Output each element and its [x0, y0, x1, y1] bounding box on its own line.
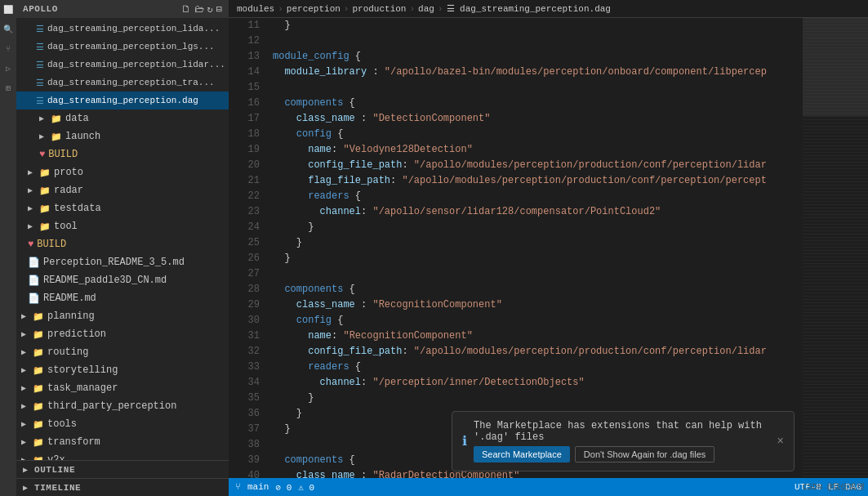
- tree-folder-tool[interactable]: ▶ 📁 tool: [16, 217, 229, 235]
- tree-folder-transform[interactable]: ▶ 📁 transform: [16, 433, 229, 451]
- tree-folder-tools[interactable]: ▶ 📁 tools: [16, 415, 229, 433]
- tree-folder-task-manager[interactable]: ▶ 📁 task_manager: [16, 379, 229, 397]
- new-folder-icon[interactable]: 🗁: [194, 3, 204, 16]
- new-file-icon[interactable]: 🗋: [181, 3, 191, 16]
- notification-info-icon: ℹ: [462, 433, 467, 449]
- sidebar-header: APOLLO 🗋 🗁 ↻ ⊟: [16, 0, 229, 18]
- breadcrumb-sep3: ›: [409, 4, 415, 14]
- minimap: [803, 18, 868, 478]
- refresh-icon[interactable]: ↻: [207, 3, 213, 16]
- tree-folder-storytelling[interactable]: ▶ 📁 storytelling: [16, 361, 229, 379]
- tree-file-readme2[interactable]: 📄 README_paddle3D_CN.md: [16, 271, 229, 289]
- activity-bar: ⬜ 🔍 ⑂ ▷ ⊞: [0, 0, 16, 496]
- sidebar: APOLLO 🗋 🗁 ↻ ⊟ ☰ dag_streaming_perceptio…: [16, 0, 229, 496]
- editor-area: 1112131415 1617181920 2122232425 2627282…: [229, 18, 868, 478]
- line-numbers: 1112131415 1617181920 2122232425 2627282…: [229, 18, 266, 478]
- outline-label: OUTLINE: [34, 465, 75, 475]
- sidebar-tree: ☰ dag_streaming_perception_lida... ☰ dag…: [16, 18, 229, 460]
- sidebar-header-icons: 🗋 🗁 ↻ ⊟: [181, 3, 222, 16]
- breadcrumb-sep2: ›: [344, 4, 349, 14]
- tree-folder-testdata[interactable]: ▶ 📁 testdata: [16, 199, 229, 217]
- code-content[interactable]: } module_config { module_library : "/apo…: [266, 18, 803, 478]
- errors-label[interactable]: ⊘ 0: [275, 482, 292, 493]
- tree-folder-radar[interactable]: ▶ 📁 radar: [16, 181, 229, 199]
- tree-folder-prediction[interactable]: ▶ 📁 prediction: [16, 325, 229, 343]
- tree-folder-routing[interactable]: ▶ 📁 routing: [16, 343, 229, 361]
- tree-item[interactable]: ☰ dag_streaming_perception_lgs...: [16, 38, 229, 56]
- search-marketplace-button[interactable]: Search Marketplace: [474, 446, 570, 462]
- breadcrumb-sep1: ›: [278, 4, 283, 14]
- notification-body: The Marketplace has extensions that can …: [474, 420, 771, 462]
- notification-actions: Search Marketplace Don't Show Again for …: [474, 446, 771, 462]
- tree-file-readme1[interactable]: 📄 Perception_README_3_5.md: [16, 253, 229, 271]
- notification-banner: ℹ The Marketplace has extensions that ca…: [452, 411, 795, 471]
- outline-section[interactable]: ▶ OUTLINE: [16, 460, 229, 478]
- breadcrumb-dag[interactable]: dag: [418, 4, 434, 14]
- breadcrumb: modules › perception › production › dag …: [229, 0, 868, 18]
- breadcrumb-modules[interactable]: modules: [237, 4, 274, 14]
- tree-file-readme3[interactable]: 📄 README.md: [16, 289, 229, 307]
- status-bar: ⑂ main ⊘ 0 ⚠ 0 UTF-8 LF DAG: [229, 478, 868, 496]
- tree-item[interactable]: ☰ dag_streaming_perception_lida...: [16, 20, 229, 38]
- tree-folder-planning[interactable]: ▶ 📁 planning: [16, 307, 229, 325]
- git-icon[interactable]: ⑂: [2, 42, 15, 56]
- tree-folder-data[interactable]: ▶ 📁 data: [16, 109, 229, 127]
- breadcrumb-production[interactable]: production: [352, 4, 406, 14]
- git-branch-label: main: [247, 482, 269, 492]
- timeline-section[interactable]: ▶ TIMELINE: [16, 478, 229, 496]
- notification-text: The Marketplace has extensions that can …: [474, 420, 771, 443]
- tree-folder-launch[interactable]: ▶ 📁 launch: [16, 127, 229, 145]
- tree-item[interactable]: ☰ dag_streaming_perception_lidar...: [16, 56, 229, 74]
- search-icon[interactable]: 🔍: [2, 23, 15, 36]
- sidebar-title: APOLLO: [23, 4, 58, 14]
- warnings-label[interactable]: ⚠ 0: [298, 482, 314, 493]
- breadcrumb-file[interactable]: ☰ dag_streaming_perception.dag: [447, 3, 611, 14]
- breadcrumb-sep4: ›: [438, 4, 443, 14]
- watermark: CSDN @我信狐狸: [803, 481, 865, 493]
- explorer-icon[interactable]: ⬜: [2, 3, 15, 16]
- collapse-icon[interactable]: ⊟: [216, 3, 222, 16]
- status-left: ⑂ main ⊘ 0 ⚠ 0: [235, 482, 314, 493]
- dont-show-again-button[interactable]: Don't Show Again for .dag files: [575, 446, 714, 462]
- tree-folder-third-party-perception[interactable]: ▶ 📁 third_party_perception: [16, 397, 229, 415]
- timeline-label: TIMELINE: [34, 483, 81, 493]
- active-file-item[interactable]: ☰ dag_streaming_perception.dag: [16, 92, 229, 109]
- main-content: modules › perception › production › dag …: [229, 0, 868, 496]
- notification-close-icon[interactable]: ×: [777, 435, 784, 448]
- git-branch-icon[interactable]: ⑂: [235, 482, 241, 492]
- tree-file-build2[interactable]: ♥ BUILD: [16, 235, 229, 253]
- tree-file-build1[interactable]: ♥ BUILD: [16, 145, 229, 163]
- tree-folder-proto[interactable]: ▶ 📁 proto: [16, 163, 229, 181]
- tree-item[interactable]: ☰ dag_streaming_perception_tra...: [16, 74, 229, 92]
- debug-icon[interactable]: ▷: [2, 62, 15, 75]
- extensions-icon[interactable]: ⊞: [2, 82, 15, 95]
- tree-folder-v2x[interactable]: ▶ 📁 v2x: [16, 451, 229, 460]
- breadcrumb-perception[interactable]: perception: [287, 4, 341, 14]
